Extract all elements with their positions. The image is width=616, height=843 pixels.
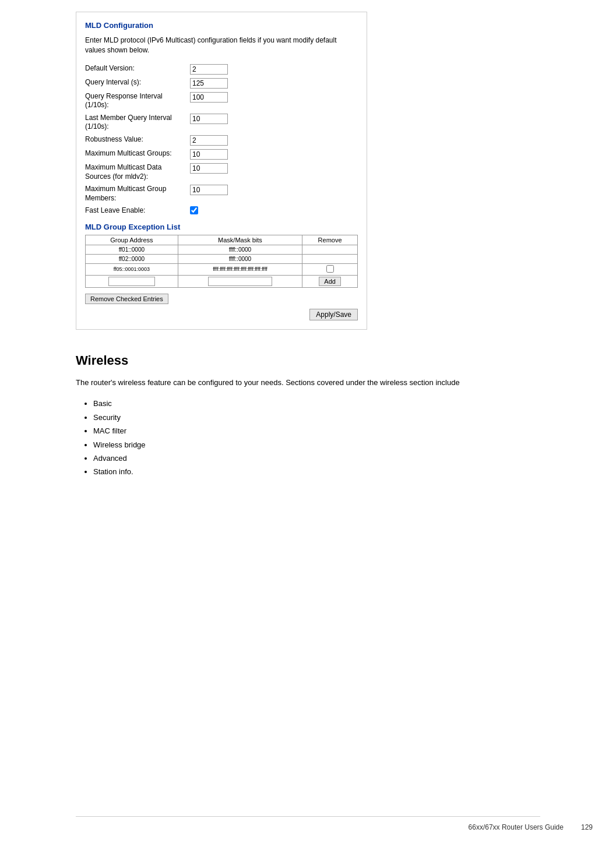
apply-save-row: Apply/Save bbox=[85, 309, 358, 320]
col-mask: Mask/Mask bits bbox=[178, 235, 302, 245]
row1-address: ff01::0000 bbox=[86, 245, 178, 254]
query-interval-label: Query Interval (s): bbox=[85, 78, 190, 87]
row3-address: ff05::0001:0003 bbox=[86, 263, 178, 275]
max-groups-label: Maximum Multicast Groups: bbox=[85, 149, 190, 158]
wireless-description: The router's wireless feature can be con… bbox=[76, 377, 540, 389]
default-version-input[interactable] bbox=[190, 64, 228, 75]
remove-checked-button[interactable]: Remove Checked Entries bbox=[85, 294, 168, 304]
query-response-label: Query Response Interval (1/10s): bbox=[85, 92, 190, 110]
apply-save-button[interactable]: Apply/Save bbox=[309, 309, 358, 320]
mld-description: Enter MLD protocol (IPv6 Multicast) conf… bbox=[85, 36, 358, 55]
wireless-list: Basic Security MAC filter Wireless bridg… bbox=[76, 397, 540, 478]
list-item: Wireless bridge bbox=[93, 438, 540, 452]
add-entry-row: Add bbox=[86, 275, 358, 287]
add-address-input[interactable] bbox=[108, 277, 155, 286]
max-sources-row: Maximum Multicast Data Sources (for mldv… bbox=[85, 163, 358, 181]
max-members-label: Maximum Multicast Group Members: bbox=[85, 185, 190, 203]
wireless-title: Wireless bbox=[76, 353, 540, 368]
query-interval-input[interactable] bbox=[190, 78, 228, 89]
last-member-row: Last Member Query Interval (1/10s): bbox=[85, 114, 358, 132]
mld-configuration-section: MLD Configuration Enter MLD protocol (IP… bbox=[76, 12, 367, 330]
table-row: ff01::0000 ffff::0000 bbox=[86, 245, 358, 254]
row2-remove-cell bbox=[302, 254, 358, 263]
row3-mask: ffff:ffff:ffff:ffff:ffff:ffff:ffff:ffff bbox=[178, 263, 302, 275]
max-sources-input[interactable] bbox=[190, 163, 228, 174]
row2-address: ff02::0000 bbox=[86, 254, 178, 263]
robustness-label: Robustness Value: bbox=[85, 135, 190, 144]
row3-remove-checkbox[interactable] bbox=[326, 265, 334, 273]
max-groups-input[interactable] bbox=[190, 149, 228, 160]
add-button[interactable]: Add bbox=[319, 277, 341, 286]
footer-divider bbox=[76, 816, 540, 817]
table-row: ff05::0001:0003 ffff:ffff:ffff:ffff:ffff… bbox=[86, 263, 358, 275]
robustness-row: Robustness Value: bbox=[85, 135, 358, 146]
fast-leave-label: Fast Leave Enable: bbox=[85, 206, 190, 216]
row2-mask: ffff::0000 bbox=[178, 254, 302, 263]
row3-remove-cell[interactable] bbox=[302, 263, 358, 275]
add-button-cell[interactable]: Add bbox=[302, 275, 358, 287]
list-item: Basic bbox=[93, 397, 540, 410]
list-item: Advanced bbox=[93, 452, 540, 465]
last-member-label: Last Member Query Interval (1/10s): bbox=[85, 114, 190, 132]
fast-leave-row: Fast Leave Enable: bbox=[85, 206, 358, 216]
last-member-input[interactable] bbox=[190, 114, 228, 124]
mld-title: MLD Configuration bbox=[85, 21, 358, 30]
max-groups-row: Maximum Multicast Groups: bbox=[85, 149, 358, 160]
query-interval-row: Query Interval (s): bbox=[85, 78, 358, 89]
robustness-input[interactable] bbox=[190, 135, 228, 146]
page-content: MLD Configuration Enter MLD protocol (IP… bbox=[0, 0, 616, 514]
query-response-input[interactable] bbox=[190, 92, 228, 103]
table-row: ff02::0000 ffff::0000 bbox=[86, 254, 358, 263]
list-item: Station info. bbox=[93, 465, 540, 478]
col-group-address: Group Address bbox=[86, 235, 178, 245]
remove-checked-row: Remove Checked Entries bbox=[85, 291, 358, 304]
add-mask-cell[interactable] bbox=[178, 275, 302, 287]
page-footer: 66xx/67xx Router Users Guide 129 bbox=[469, 823, 593, 831]
row1-remove-cell bbox=[302, 245, 358, 254]
add-mask-input[interactable] bbox=[208, 277, 272, 286]
add-address-cell[interactable] bbox=[86, 275, 178, 287]
col-remove: Remove bbox=[302, 235, 358, 245]
wireless-section: Wireless The router's wireless feature c… bbox=[76, 353, 540, 479]
max-members-input[interactable] bbox=[190, 185, 228, 195]
list-item: Security bbox=[93, 411, 540, 424]
default-version-row: Default Version: bbox=[85, 64, 358, 75]
row1-mask: ffff::0000 bbox=[178, 245, 302, 254]
max-members-row: Maximum Multicast Group Members: bbox=[85, 185, 358, 203]
query-response-row: Query Response Interval (1/10s): bbox=[85, 92, 358, 110]
list-item: MAC filter bbox=[93, 424, 540, 438]
max-sources-label: Maximum Multicast Data Sources (for mldv… bbox=[85, 163, 190, 181]
exception-table: Group Address Mask/Mask bits Remove ff01… bbox=[85, 235, 358, 288]
group-exception-title: MLD Group Exception List bbox=[85, 223, 358, 231]
footer-guide-text: 66xx/67xx Router Users Guide bbox=[469, 823, 564, 831]
fast-leave-checkbox[interactable] bbox=[190, 206, 198, 214]
footer-page-number: 129 bbox=[581, 823, 593, 831]
default-version-label: Default Version: bbox=[85, 64, 190, 73]
